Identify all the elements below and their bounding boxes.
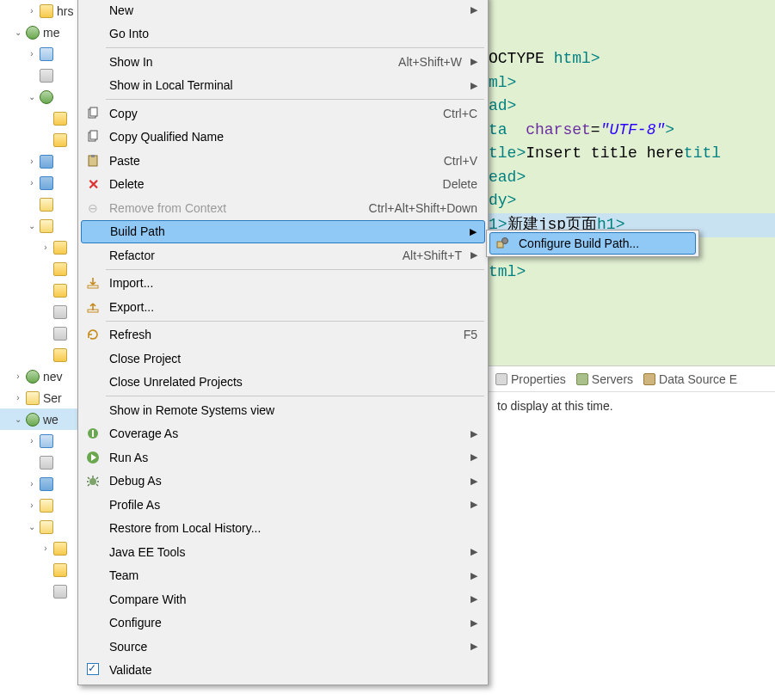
menu-item-debug-as[interactable]: Debug As▶ <box>80 470 486 494</box>
tree-item[interactable] <box>0 344 80 365</box>
menu-item-refresh[interactable]: RefreshF5 <box>80 323 486 347</box>
tree-item[interactable]: ›nev <box>0 365 80 387</box>
tree-item[interactable]: › <box>0 430 80 451</box>
expand-toggle-icon[interactable]: › <box>12 371 24 383</box>
expand-toggle-icon[interactable]: › <box>26 5 38 17</box>
bottom-tab-ds[interactable]: Data Source E <box>643 372 737 386</box>
menu-item-export[interactable]: Export... <box>80 295 486 319</box>
tree-item[interactable] <box>0 451 80 473</box>
tree-item[interactable]: ⌄ <box>0 516 80 537</box>
menu-item-label: Compare With <box>109 593 462 606</box>
expand-toggle-icon[interactable]: ⌄ <box>26 521 38 533</box>
tree-item[interactable] <box>0 193 80 215</box>
tree-item[interactable]: ⌄we <box>0 408 80 430</box>
bottom-tabs: PropertiesServersData Source E <box>489 366 775 392</box>
menu-item-compare-with[interactable]: Compare With▶ <box>80 587 486 611</box>
tree-item[interactable] <box>0 129 80 150</box>
tree-item[interactable] <box>0 580 80 602</box>
menu-item-team[interactable]: Team▶ <box>80 564 486 588</box>
submenu-arrow-icon: ▶ <box>469 56 477 67</box>
tree-item[interactable] <box>0 107 80 129</box>
expand-toggle-icon[interactable]: › <box>26 156 38 168</box>
tree-item[interactable]: › <box>0 473 80 494</box>
bottom-tab-prop[interactable]: Properties <box>495 372 566 386</box>
expand-toggle-icon[interactable]: › <box>40 543 52 555</box>
menu-item-copy-qualified-name[interactable]: Copy Qualified Name <box>80 126 486 150</box>
expand-toggle-icon[interactable]: ⌄ <box>26 220 38 232</box>
tree-item[interactable]: ⌄ <box>0 86 80 107</box>
menu-item-label: Copy Qualified Name <box>109 130 477 144</box>
expand-toggle-icon[interactable]: › <box>26 435 38 447</box>
expand-toggle-icon[interactable]: ⌄ <box>12 27 24 39</box>
menu-item-java-ee-tools[interactable]: Java EE Tools▶ <box>80 540 486 564</box>
expand-toggle-icon[interactable]: › <box>12 392 24 404</box>
bottom-tab-srv[interactable]: Servers <box>576 372 633 386</box>
project-explorer-tree[interactable]: ›hrs⌄me›⌄››⌄››nev›Ser⌄we›››⌄› <box>0 0 80 700</box>
menu-shortcut: Ctrl+V <box>444 154 477 168</box>
menu-item-run-as[interactable]: Run As▶ <box>80 445 486 470</box>
tree-item[interactable]: › <box>0 150 80 172</box>
expand-toggle-icon <box>40 564 52 576</box>
menu-item-paste[interactable]: PasteCtrl+V <box>80 149 486 173</box>
menu-item-show-in-remote-systems-view[interactable]: Show in Remote Systems view <box>80 398 486 422</box>
expand-toggle-icon[interactable]: › <box>26 500 38 512</box>
tree-item[interactable]: › <box>0 43 80 64</box>
tree-item[interactable] <box>0 64 80 86</box>
menu-shortcut: Delete <box>443 177 477 191</box>
expand-toggle-icon[interactable]: › <box>40 242 52 254</box>
submenu-arrow-icon: ▶ <box>468 226 477 237</box>
menu-item-label: Close Unrelated Projects <box>109 375 477 389</box>
menu-item-delete[interactable]: ✕DeleteDelete <box>80 173 486 197</box>
menu-item-refactor[interactable]: RefactorAlt+Shift+T▶ <box>80 243 486 267</box>
tree-item[interactable]: ›Ser <box>0 387 80 408</box>
folder-icon <box>53 284 67 298</box>
context-menu[interactable]: New▶Go IntoShow InAlt+Shift+W▶Show in Lo… <box>77 0 489 685</box>
expand-toggle-icon[interactable]: › <box>26 478 38 490</box>
expand-toggle-icon[interactable]: › <box>26 48 38 60</box>
tree-item[interactable] <box>0 322 80 344</box>
tree-item[interactable]: › <box>0 172 80 193</box>
menu-item-configure[interactable]: Configure▶ <box>80 611 486 636</box>
menu-item-label: Validate <box>109 663 477 677</box>
menu-item-close-unrelated-projects[interactable]: Close Unrelated Projects <box>80 371 486 395</box>
build-path-submenu[interactable]: Configure Build Path... <box>486 230 699 257</box>
tree-item[interactable] <box>0 258 80 279</box>
expand-toggle-icon[interactable]: ⌄ <box>12 414 24 426</box>
menu-item-new[interactable]: New▶ <box>80 0 486 22</box>
menu-item-source[interactable]: Source▶ <box>80 635 486 659</box>
menu-item-copy[interactable]: CopyCtrl+C <box>80 101 486 126</box>
tree-item[interactable]: › <box>0 236 80 258</box>
menu-item-coverage-as[interactable]: Coverage As▶ <box>80 422 486 446</box>
folder-open-icon <box>40 499 53 513</box>
menu-item-profile-as[interactable]: Profile As▶ <box>80 493 486 517</box>
submenu-arrow-icon: ▶ <box>469 499 477 510</box>
menu-item-configure-build-path[interactable]: Configure Build Path... <box>489 232 696 255</box>
expand-toggle-icon <box>40 134 52 146</box>
menu-item-close-project[interactable]: Close Project <box>80 347 486 371</box>
menu-item-show-in-local-terminal[interactable]: Show in Local Terminal▶ <box>80 74 486 98</box>
check-icon <box>83 662 102 678</box>
tree-item[interactable] <box>0 301 80 322</box>
expand-toggle-icon[interactable]: › <box>26 177 38 189</box>
tree-item[interactable]: › <box>0 537 80 559</box>
menu-item-show-in[interactable]: Show InAlt+Shift+W▶ <box>80 50 486 74</box>
blank-icon <box>83 544 102 560</box>
expand-toggle-icon <box>40 306 52 318</box>
menu-item-build-path[interactable]: Build Path▶ <box>81 220 485 244</box>
expand-toggle-icon[interactable]: ⌄ <box>26 91 38 103</box>
tree-item[interactable]: ⌄me <box>0 21 80 43</box>
code-line: ead> <box>489 166 768 190</box>
tree-item[interactable] <box>0 279 80 301</box>
folder-icon <box>53 112 67 126</box>
menu-item-import[interactable]: Import... <box>80 272 486 296</box>
tree-item[interactable] <box>0 559 80 580</box>
desc-icon <box>53 305 67 319</box>
blank-icon <box>83 568 102 583</box>
menu-item-go-into[interactable]: Go Into <box>80 22 486 46</box>
paste-icon <box>83 153 102 169</box>
menu-item-restore-from-local-history[interactable]: Restore from Local History... <box>80 517 486 541</box>
tree-item[interactable]: ›hrs <box>0 0 80 21</box>
menu-item-validate[interactable]: Validate <box>80 659 486 683</box>
tree-item[interactable]: ⌄ <box>0 215 80 236</box>
tree-item[interactable]: › <box>0 494 80 516</box>
